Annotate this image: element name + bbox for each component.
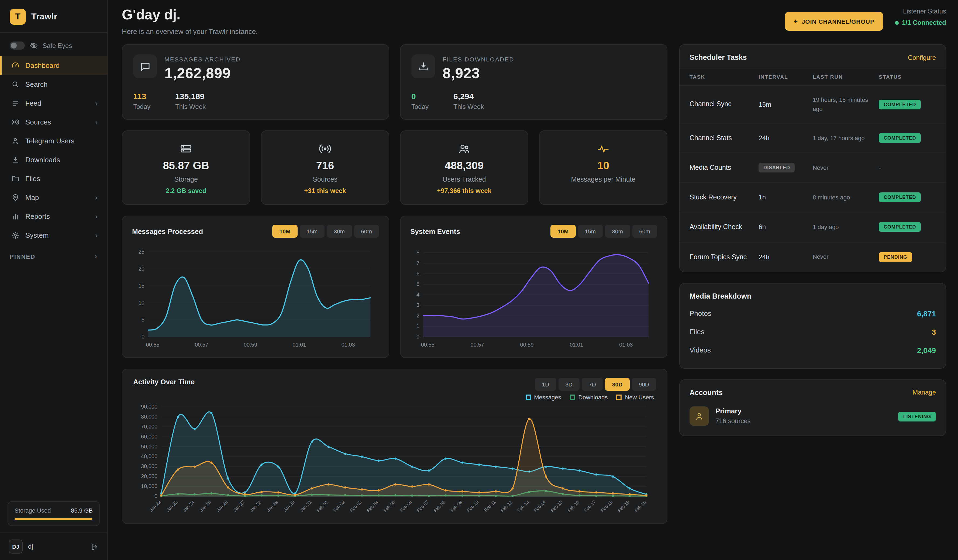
svg-text:Feb 20: Feb 20: [633, 500, 647, 513]
user-avatar[interactable]: DJ: [9, 539, 23, 554]
sidebar-item-reports[interactable]: Reports ›: [0, 207, 107, 226]
svg-text:00:57: 00:57: [471, 342, 484, 347]
range-button[interactable]: 90D: [631, 378, 656, 391]
disabled-badge: DISABLED: [758, 163, 795, 173]
svg-text:01:01: 01:01: [292, 342, 306, 347]
sidebar-pinned-section[interactable]: PINNED ›: [0, 245, 107, 268]
page-title: G'day dj.: [122, 6, 258, 23]
svg-text:00:59: 00:59: [520, 342, 534, 347]
stat-label: Messages per Minute: [571, 176, 635, 183]
configure-link[interactable]: Configure: [908, 54, 936, 61]
status-badge: PENDING: [879, 252, 912, 262]
sidebar-item-label: System: [25, 231, 49, 239]
svg-text:01:03: 01:03: [341, 342, 355, 347]
range-button[interactable]: 10M: [273, 225, 298, 238]
safe-eyes-toggle[interactable]: [10, 41, 25, 49]
svg-text:Jan 31: Jan 31: [299, 500, 313, 513]
search-icon: [11, 80, 19, 89]
range-button[interactable]: 10M: [551, 225, 576, 238]
range-buttons: 10M 15m 30m 60m: [273, 225, 379, 238]
stat-value: 8,923: [443, 65, 514, 82]
manage-link[interactable]: Manage: [912, 389, 936, 396]
stat-value: 1,262,899: [165, 65, 241, 82]
svg-text:7: 7: [416, 260, 419, 266]
panel-title: Media Breakdown: [690, 292, 752, 300]
stat-week-label: This Week: [175, 103, 206, 111]
range-button[interactable]: 60m: [354, 225, 379, 238]
chart-title: Messages Processed: [132, 227, 203, 235]
logout-icon[interactable]: [90, 543, 99, 550]
range-button[interactable]: 15m: [300, 225, 325, 238]
stat-sub: +31 this week: [304, 187, 346, 195]
sidebar-item-dashboard[interactable]: Dashboard: [0, 56, 107, 75]
svg-text:01:03: 01:03: [619, 342, 633, 347]
svg-text:Feb 07: Feb 07: [416, 500, 430, 513]
listener-status: Listener Status 1/1 Connected: [895, 8, 946, 26]
svg-text:25: 25: [138, 249, 144, 255]
svg-text:80,000: 80,000: [141, 414, 157, 420]
range-button[interactable]: 15m: [578, 225, 603, 238]
join-channel-button[interactable]: + JOIN CHANNEL/GROUP: [785, 12, 883, 31]
svg-text:00:59: 00:59: [244, 342, 257, 347]
range-button[interactable]: 60m: [632, 225, 657, 238]
bar-chart-icon: [11, 213, 19, 221]
sidebar-item-label: Search: [25, 80, 48, 89]
storage-used-value: 85.9 GB: [71, 507, 93, 514]
svg-text:Feb 06: Feb 06: [399, 500, 413, 513]
safe-eyes-label: Safe Eyes: [43, 42, 72, 49]
sidebar-item-map[interactable]: Map ›: [0, 188, 107, 207]
svg-text:Feb 02: Feb 02: [332, 500, 346, 513]
logo-icon: T: [10, 9, 26, 25]
svg-text:10: 10: [138, 300, 144, 306]
sidebar-item-downloads[interactable]: Downloads: [0, 151, 107, 169]
table-header: TASK INTERVAL LAST RUN STATUS: [680, 68, 945, 86]
range-button[interactable]: 30m: [605, 225, 630, 238]
svg-text:60,000: 60,000: [141, 434, 157, 439]
svg-text:Jan 22: Jan 22: [149, 500, 162, 513]
svg-text:3: 3: [416, 302, 419, 308]
stat-value: 10: [597, 160, 609, 172]
svg-text:70,000: 70,000: [141, 424, 157, 430]
stat-value: 85.87 GB: [163, 160, 209, 172]
sidebar-item-sources[interactable]: Sources ›: [0, 113, 107, 132]
messages-per-minute-card: 10 Messages per Minute: [539, 130, 668, 205]
sidebar-item-telegram-users[interactable]: Telegram Users: [0, 132, 107, 151]
table-row: Forum Topics Sync 24h Never PENDING: [680, 242, 945, 271]
legend-swatch: [570, 395, 575, 400]
chevron-right-icon: ›: [95, 231, 98, 239]
chevron-right-icon: ›: [95, 252, 98, 260]
svg-text:Jan 28: Jan 28: [249, 500, 263, 513]
app-name: Trawlr: [31, 12, 57, 22]
chart-title: Activity Over Time: [133, 378, 195, 386]
storage-card: 85.87 GB Storage 2.2 GB saved: [122, 130, 250, 205]
svg-text:90,000: 90,000: [141, 404, 157, 409]
stat-value: 716: [316, 160, 334, 172]
media-row-photos: Photos 6,871: [690, 304, 936, 322]
sidebar-item-label: Files: [25, 175, 40, 183]
svg-text:Feb 08: Feb 08: [433, 500, 446, 513]
svg-text:Jan 29: Jan 29: [266, 500, 279, 513]
range-button[interactable]: 30D: [605, 378, 630, 391]
range-button[interactable]: 7D: [582, 378, 603, 391]
status-badge: COMPLETED: [879, 193, 921, 202]
media-row-videos: Videos 2,049: [690, 341, 936, 359]
status-badge: COMPLETED: [879, 133, 921, 143]
range-button[interactable]: 1D: [535, 378, 556, 391]
feed-icon: [11, 99, 19, 107]
svg-text:Feb 17: Feb 17: [583, 500, 597, 513]
stat-today-label: Today: [411, 103, 428, 111]
range-button[interactable]: 30m: [327, 225, 352, 238]
download-icon: [11, 156, 19, 164]
app-window: T Trawlr Safe Eyes Dashboard Search Feed: [0, 0, 958, 560]
gauge-icon: [11, 62, 19, 70]
svg-text:Feb 01: Feb 01: [316, 500, 329, 513]
svg-text:Feb 03: Feb 03: [349, 500, 363, 513]
legend-item-downloads: Downloads: [570, 394, 608, 400]
sidebar-item-feed[interactable]: Feed ›: [0, 94, 107, 113]
sidebar-item-system[interactable]: System ›: [0, 226, 107, 245]
sidebar-item-search[interactable]: Search: [0, 75, 107, 94]
broadcast-icon: [11, 118, 19, 126]
eye-off-icon: [30, 41, 38, 49]
range-button[interactable]: 3D: [558, 378, 579, 391]
sidebar-item-files[interactable]: Files: [0, 169, 107, 188]
